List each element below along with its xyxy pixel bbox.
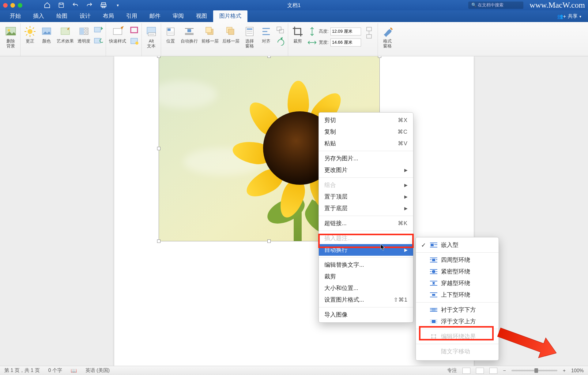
status-page[interactable]: 第 1 页，共 1 页 bbox=[4, 367, 40, 374]
ctx-change-picture[interactable]: 更改图片▶ bbox=[319, 164, 413, 176]
wrap-edit-points: 编辑环绕边界 bbox=[416, 331, 499, 342]
ctx-format-picture[interactable]: 设置图片格式...⇧⌘1 bbox=[319, 294, 413, 306]
alt-text-button[interactable]: Alt 文本 bbox=[144, 24, 159, 48]
align-button[interactable]: 对齐 bbox=[258, 24, 274, 43]
tab-mailings[interactable]: 邮件 bbox=[143, 10, 167, 22]
resize-handle-tm[interactable] bbox=[267, 56, 271, 58]
tab-picture-format[interactable]: 图片格式 bbox=[213, 10, 247, 22]
selection-pane-button[interactable]: 选择 窗格 bbox=[242, 24, 257, 48]
quick-styles-button[interactable]: 快速样式 bbox=[108, 24, 127, 43]
tab-draw[interactable]: 绘图 bbox=[50, 10, 74, 22]
status-spellcheck-icon[interactable]: 📖 bbox=[71, 368, 77, 373]
ctx-wrap-text[interactable]: 自动换行▶ bbox=[319, 244, 413, 256]
reset-picture-button[interactable] bbox=[93, 36, 104, 46]
tab-layout[interactable]: 布局 bbox=[97, 10, 120, 22]
status-language[interactable]: 英语 (美国) bbox=[85, 367, 110, 374]
picture-effects-button[interactable] bbox=[129, 36, 140, 46]
print-icon[interactable] bbox=[100, 2, 107, 9]
zoom-in-button[interactable]: + bbox=[563, 368, 566, 373]
ctx-save-as-picture[interactable]: 另存为图片... bbox=[319, 153, 413, 164]
ctx-paste[interactable]: 粘贴⌘V bbox=[319, 138, 413, 149]
wrap-through[interactable]: 穿越型环绕 bbox=[416, 277, 499, 289]
ctx-edit-alt-text[interactable]: 编辑替换文字... bbox=[319, 259, 413, 271]
wrap-behind-text[interactable]: 衬于文字下方 bbox=[416, 304, 499, 316]
position-button[interactable]: 位置 bbox=[163, 24, 178, 43]
svg-point-87 bbox=[431, 337, 432, 339]
save-icon[interactable] bbox=[58, 2, 65, 9]
zoom-slider[interactable] bbox=[511, 370, 557, 371]
remove-background-button[interactable]: 删除 背景 bbox=[3, 24, 18, 48]
share-button[interactable]: 👥+共享▾ bbox=[554, 13, 584, 22]
view-web-layout[interactable] bbox=[476, 368, 484, 374]
svg-rect-51 bbox=[279, 29, 284, 33]
ctx-send-to-back[interactable]: 置于底层▶ bbox=[319, 202, 413, 214]
wrap-in-front-of-text[interactable]: 浮于文字上方 bbox=[416, 316, 499, 327]
svg-rect-0 bbox=[59, 3, 64, 8]
view-outline[interactable] bbox=[489, 368, 497, 374]
ctx-group: 组合▶ bbox=[319, 179, 413, 191]
zoom-value[interactable]: 100% bbox=[571, 368, 584, 373]
artistic-effects-button[interactable]: 艺术效果 bbox=[55, 24, 75, 43]
rotate-button[interactable] bbox=[275, 36, 286, 46]
document-canvas[interactable] bbox=[0, 56, 588, 366]
ctx-size-position[interactable]: 大小和位置... bbox=[319, 282, 413, 294]
selection-pane-icon bbox=[243, 25, 256, 38]
status-words[interactable]: 0 个字 bbox=[48, 367, 62, 374]
search-input[interactable]: 🔍 在文档中搜索 bbox=[468, 2, 523, 9]
status-focus[interactable]: 专注 bbox=[447, 367, 457, 374]
resize-handle-tl[interactable] bbox=[157, 56, 160, 58]
compress-pictures-button[interactable] bbox=[93, 25, 104, 35]
tab-home[interactable]: 开始 bbox=[4, 10, 27, 22]
lock-aspect-button[interactable] bbox=[364, 28, 375, 38]
home-icon[interactable] bbox=[44, 2, 51, 9]
resize-handle-bl[interactable] bbox=[157, 239, 160, 243]
bring-forward-button[interactable]: 前移一层 bbox=[200, 24, 220, 43]
send-backward-button[interactable]: 后移一层 bbox=[221, 24, 241, 43]
zoom-out-button[interactable]: − bbox=[503, 368, 506, 373]
svg-rect-35 bbox=[187, 29, 191, 32]
customize-qat-icon[interactable]: ▾ bbox=[114, 2, 121, 9]
wrap-square[interactable]: 四周型环绕 bbox=[416, 254, 499, 266]
svg-point-27 bbox=[135, 42, 138, 45]
tab-references[interactable]: 引用 bbox=[120, 10, 143, 22]
width-input[interactable] bbox=[330, 39, 361, 46]
tab-view[interactable]: 视图 bbox=[190, 10, 213, 22]
ctx-copy[interactable]: 复制⌘C bbox=[319, 126, 413, 138]
color-button[interactable]: 颜色 bbox=[39, 24, 54, 43]
transparency-button[interactable]: 透明度 bbox=[76, 24, 92, 43]
height-input[interactable] bbox=[330, 28, 361, 35]
resize-handle-tr[interactable] bbox=[378, 56, 381, 58]
view-print-layout[interactable] bbox=[462, 368, 470, 374]
wrap-top-bottom[interactable]: 上下型环绕 bbox=[416, 289, 499, 301]
redo-icon[interactable] bbox=[86, 2, 93, 9]
transparency-icon bbox=[77, 25, 90, 38]
group-button[interactable] bbox=[275, 25, 286, 35]
wrap-tight[interactable]: 紧密型环绕 bbox=[416, 266, 499, 277]
tab-review[interactable]: 审阅 bbox=[167, 10, 190, 22]
minimize-window-button[interactable] bbox=[10, 3, 15, 8]
close-window-button[interactable] bbox=[3, 3, 8, 8]
ctx-crop[interactable]: 裁剪 bbox=[319, 271, 413, 282]
wrap-inline[interactable]: ✓嵌入型 bbox=[416, 239, 499, 251]
svg-rect-73 bbox=[432, 294, 435, 296]
wrap-text-button[interactable]: 自动换行 bbox=[179, 24, 199, 43]
picture-border-button[interactable] bbox=[129, 25, 140, 35]
wrap-text-icon bbox=[183, 25, 196, 38]
maximize-window-button[interactable] bbox=[18, 3, 22, 8]
tab-insert[interactable]: 插入 bbox=[27, 10, 50, 22]
svg-rect-46 bbox=[247, 33, 252, 34]
ctx-hyperlink[interactable]: 超链接...⌘K bbox=[319, 217, 413, 229]
ctx-import-image[interactable]: 导入图像 bbox=[319, 309, 413, 321]
undo-icon[interactable] bbox=[72, 2, 79, 9]
tab-design[interactable]: 设计 bbox=[74, 10, 97, 22]
ctx-cut[interactable]: 剪切⌘X bbox=[319, 114, 413, 126]
crop-button[interactable]: 裁剪 bbox=[290, 24, 305, 43]
format-pane-button[interactable]: 格式 窗格 bbox=[380, 24, 395, 48]
svg-rect-40 bbox=[206, 27, 211, 33]
corrections-button[interactable]: 更正 bbox=[22, 24, 38, 43]
ctx-bring-to-front[interactable]: 置于顶层▶ bbox=[319, 191, 413, 202]
resize-handle-bm[interactable] bbox=[267, 239, 271, 243]
title-bar: ▾ 文档1 🔍 在文档中搜索 www.MacW.com bbox=[0, 0, 588, 10]
resize-handle-ml[interactable] bbox=[157, 147, 160, 150]
svg-rect-55 bbox=[367, 27, 371, 31]
